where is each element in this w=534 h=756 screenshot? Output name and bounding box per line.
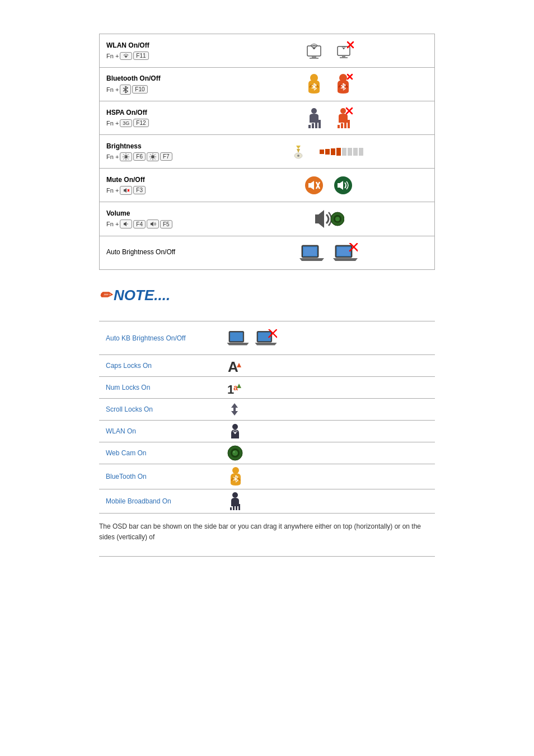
- bluetooth-status-icon-cell: [222, 464, 435, 489]
- svg-rect-2: [310, 58, 318, 59]
- svg-point-34: [151, 155, 154, 158]
- wlan-off-icon: [334, 41, 354, 61]
- wlan-status-icon: [227, 423, 243, 440]
- bluetooth-icons: [223, 69, 434, 100]
- description-content: The OSD bar can be shown on the side bar…: [99, 522, 421, 541]
- wlan-fkey: F11: [133, 52, 148, 60]
- function-key-table: WLAN On/Off Fn + F11: [99, 34, 435, 270]
- svg-point-82: [232, 492, 238, 498]
- num-icon-cell: 1 a: [222, 377, 435, 398]
- scroll-icon-cell: [222, 399, 435, 420]
- num-row: Num Locks On 1 a: [99, 377, 435, 399]
- hspa-off-icon: [333, 107, 353, 129]
- num-label: Num Locks On: [99, 380, 222, 395]
- auto-kb-on-icon: [227, 329, 249, 347]
- svg-line-31: [128, 154, 129, 155]
- auto-brightness-off-icon: [333, 243, 358, 263]
- auto-brightness-icons: [223, 239, 434, 268]
- note-title: ✏ NOTE....: [99, 287, 435, 304]
- svg-rect-15: [315, 122, 317, 128]
- brightness-sun-icon: [294, 143, 311, 160]
- hspa-on-icon: [304, 107, 324, 129]
- scroll-row: Scroll Locks On: [99, 399, 435, 421]
- auto-kb-off-icon: [255, 329, 277, 347]
- mute-fn: Fn +: [106, 187, 119, 194]
- brightness-key2-symbol: [147, 152, 159, 161]
- brightness-fkey1: F6: [133, 152, 146, 161]
- svg-line-42: [151, 158, 152, 160]
- bluetooth-on-icon: [304, 73, 324, 96]
- note-text: NOTE....: [114, 287, 170, 304]
- volume-speaker-icon: [313, 207, 344, 231]
- hspa-key-symbol: 3G: [120, 119, 132, 127]
- auto-kb-row: Auto KB Brightness On/Off: [99, 321, 435, 355]
- svg-rect-18: [338, 125, 340, 128]
- volume-fkey2: F5: [160, 220, 172, 228]
- svg-point-80: [233, 451, 235, 453]
- caps-row: Caps Locks On A: [99, 355, 435, 377]
- svg-rect-19: [341, 123, 343, 128]
- svg-rect-85: [236, 505, 237, 510]
- mute-fkey: F3: [133, 186, 146, 194]
- brightness-fn: Fn +: [106, 153, 119, 160]
- svg-rect-59: [338, 248, 350, 255]
- svg-rect-20: [344, 122, 346, 128]
- bluetooth-label: Bluetooth On/Off Fn + F10: [100, 70, 223, 99]
- description-text: The OSD bar can be shown on the side bar…: [99, 519, 435, 545]
- mobile-label: Mobile Broadband On: [99, 494, 222, 508]
- hspa-icons: [223, 102, 434, 134]
- auto-brightness-on-icon: [299, 243, 324, 263]
- mobile-icon-cell: [222, 489, 435, 513]
- auto-brightness-label: Auto Brightness On/Off: [100, 244, 223, 263]
- svg-rect-21: [348, 120, 350, 128]
- brightness-row: Brightness Fn + F6 F7: [100, 135, 434, 169]
- wlan-icons: [223, 36, 434, 66]
- wlan-key-symbol: [120, 52, 132, 60]
- bluetooth-key-symbol: [120, 85, 131, 95]
- svg-line-41: [154, 154, 156, 155]
- scroll-label: Scroll Locks On: [99, 402, 222, 417]
- wlan-title: WLAN On/Off: [106, 41, 216, 49]
- svg-point-44: [297, 155, 299, 157]
- num-icon: 1 a: [227, 379, 242, 396]
- webcam-row: Web Cam On: [99, 442, 435, 464]
- svg-line-30: [128, 158, 129, 160]
- caps-icon: A: [227, 357, 242, 374]
- brightness-label: Brightness Fn + F6 F7: [100, 138, 223, 166]
- volume-key1-symbol: [120, 220, 132, 228]
- svg-marker-74: [231, 411, 238, 416]
- svg-rect-56: [304, 248, 316, 255]
- bluetooth-status-row: BlueTooth On: [99, 464, 435, 489]
- bottom-rule: [99, 556, 435, 557]
- svg-marker-73: [231, 403, 238, 408]
- hspa-label: HSPA On/Off Fn + 3G F12: [100, 104, 223, 132]
- svg-rect-75: [233, 408, 236, 411]
- auto-kb-label: Auto KB Brightness On/Off: [99, 331, 222, 346]
- svg-text:A: A: [228, 358, 238, 374]
- webcam-icon: [227, 445, 243, 461]
- svg-rect-63: [230, 332, 243, 341]
- wlan-label: WLAN On/Off Fn + F11: [100, 37, 223, 64]
- auto-kb-icons: [222, 327, 435, 349]
- svg-point-76: [232, 424, 238, 430]
- brightness-icons: [223, 139, 434, 165]
- hspa-title: HSPA On/Off: [106, 109, 216, 116]
- brightness-key1-symbol: [120, 152, 132, 161]
- mute-label: Mute On/Off Fn + F3: [100, 171, 223, 199]
- svg-rect-14: [312, 123, 314, 128]
- svg-rect-13: [308, 125, 311, 128]
- caps-icon-cell: A: [222, 355, 435, 376]
- svg-line-32: [124, 158, 125, 160]
- svg-rect-5: [340, 57, 348, 58]
- bluetooth-title: Bluetooth On/Off: [106, 74, 216, 82]
- svg-rect-86: [238, 504, 240, 510]
- svg-point-81: [232, 467, 239, 474]
- mobile-row: Mobile Broadband On: [99, 489, 435, 514]
- wlan-status-label: WLAN On: [99, 424, 222, 438]
- bluetooth-off-icon: [333, 73, 353, 96]
- auto-brightness-title: Auto Brightness On/Off: [106, 248, 216, 256]
- hspa-fn: Fn +: [106, 120, 119, 127]
- volume-fkey1: F4: [133, 220, 146, 228]
- bluetooth-row: Bluetooth On/Off Fn + F10: [100, 68, 434, 101]
- note-section: ✏ NOTE....: [99, 287, 435, 304]
